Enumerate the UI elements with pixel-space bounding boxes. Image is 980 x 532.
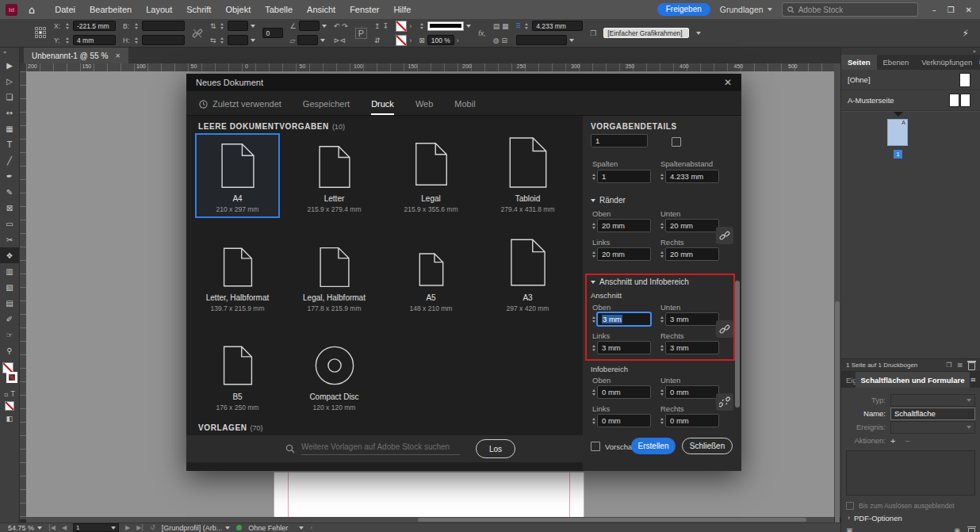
constrain-proportions-icon[interactable]: [192, 28, 203, 39]
menu-fenster[interactable]: Fenster: [343, 0, 386, 19]
chevron-down-icon[interactable]: [696, 32, 701, 35]
stroke-weight-stepper[interactable]: [419, 23, 425, 29]
shear-dropdown[interactable]: [297, 35, 318, 45]
hidden-until-triggered-checkbox[interactable]: [846, 502, 854, 510]
frame-tool[interactable]: ⊠: [0, 200, 19, 216]
tab-web[interactable]: Web: [415, 99, 433, 115]
master-row-a-musterseite[interactable]: A-Musterseite: [841, 90, 980, 111]
width-field[interactable]: [142, 21, 185, 31]
content-collector-tool[interactable]: ▦: [0, 121, 19, 136]
margins-section-header[interactable]: Ränder: [591, 196, 626, 205]
slug-left-field[interactable]: 0 mm: [591, 414, 651, 427]
bleed-top-field[interactable]: 3 mm: [591, 312, 651, 326]
preset-tabloid[interactable]: Tabloid279.4 x 431.8 mm: [485, 133, 570, 218]
page-1-thumbnail[interactable]: A: [887, 119, 908, 146]
hand-tool[interactable]: ☞: [0, 327, 19, 343]
workspace-switcher[interactable]: Grundlagen: [720, 5, 772, 14]
bleed-slug-section-header[interactable]: Anschnitt und Infobereich: [591, 277, 689, 286]
tab-eigenschaften[interactable]: Eigensc: [841, 372, 856, 388]
scale-y-stepper[interactable]: [219, 37, 225, 44]
object-style-dropdown[interactable]: [Einfacher Grafikrahmen]: [603, 28, 689, 38]
fill-swatch-none[interactable]: [396, 21, 407, 32]
x-field[interactable]: -221.5 mm: [73, 21, 116, 31]
screen-mode-icon[interactable]: ◧: [0, 412, 19, 425]
stroke-swatch[interactable]: [6, 372, 17, 383]
secondary-dropdown[interactable]: [516, 35, 567, 45]
bleed-right-field[interactable]: 3 mm: [659, 341, 719, 354]
opacity-field[interactable]: 100 %: [427, 35, 454, 45]
tab-seiten[interactable]: Seiten: [841, 55, 877, 70]
chevron-down-icon[interactable]: [251, 25, 255, 28]
type-dropdown[interactable]: [890, 394, 975, 407]
eyedropper-tool[interactable]: ✐: [0, 311, 19, 327]
height-stepper[interactable]: [133, 37, 140, 44]
stroke-style-preview[interactable]: [427, 21, 464, 31]
justify-icons[interactable]: ▤ ▦: [493, 22, 509, 30]
delete-page-icon[interactable]: [968, 362, 975, 370]
auto-fit-icon[interactable]: ⇵: [374, 36, 381, 44]
remove-action-icon[interactable]: −: [905, 436, 909, 446]
bleed-bottom-field[interactable]: 3 mm: [659, 312, 719, 326]
ruler-origin[interactable]: [20, 63, 26, 71]
preset-compact-disc[interactable]: Compact Disc120 x 120 mm: [292, 331, 377, 416]
type-tool[interactable]: T: [0, 136, 19, 152]
new-page-icon[interactable]: ⊞: [957, 362, 963, 369]
margin-left-field[interactable]: 20 mm: [591, 247, 651, 261]
pages-list-area[interactable]: A 1: [841, 111, 980, 359]
panel-options-icon[interactable]: ▣: [846, 526, 853, 532]
chevron-down-icon[interactable]: [322, 25, 327, 28]
free-transform-tool[interactable]: ❖: [0, 247, 19, 263]
bleed-link-icon[interactable]: [716, 320, 733, 338]
next-page-icon[interactable]: ▶: [125, 524, 130, 531]
zoom-level-dropdown[interactable]: 54.75 %: [8, 524, 42, 532]
share-button[interactable]: Freigeben: [657, 3, 710, 16]
menu-schrift[interactable]: Schrift: [179, 0, 218, 19]
chevron-down-icon[interactable]: [320, 39, 325, 42]
pdf-options-row[interactable]: › PDF-Optionen: [841, 511, 980, 524]
fit-frame-icon[interactable]: ↧: [383, 22, 389, 30]
preset-legal[interactable]: Legal215.9 x 355.6 mm: [389, 133, 473, 218]
selection-tool[interactable]: ▶: [0, 57, 19, 73]
tab-schaltflaechen-und-formulare[interactable]: Schaltflächen und Formulare: [856, 372, 970, 388]
gradient-tool[interactable]: ▥: [0, 263, 19, 279]
rotation-dropdown[interactable]: [299, 21, 320, 31]
dialog-close-icon[interactable]: ✕: [724, 77, 732, 88]
preset-a4[interactable]: A4210 x 297 mm: [195, 133, 280, 218]
menu-bearbeiten[interactable]: Bearbeiten: [82, 0, 139, 19]
preset-legal-halbformat[interactable]: Legal, Halbformat177.8 x 215.9 mm: [292, 232, 377, 317]
height-field[interactable]: [142, 35, 185, 45]
bleed-left-field[interactable]: 3 mm: [591, 341, 651, 354]
note-tool[interactable]: ▤: [0, 295, 19, 311]
menu-hilfe[interactable]: Hilfe: [386, 0, 418, 19]
default-fill-stroke-icons[interactable]: ▫T: [0, 388, 19, 400]
preflight-menu-icon[interactable]: [299, 524, 304, 531]
menu-objekt[interactable]: Objekt: [218, 0, 258, 19]
pages-count-field[interactable]: 1: [591, 134, 648, 147]
tab-verknuepfungen[interactable]: Verknüpfungen: [915, 55, 978, 70]
close-document-icon[interactable]: ✕: [115, 52, 121, 59]
document-page[interactable]: [274, 472, 584, 521]
direct-selection-tool[interactable]: ▷: [0, 73, 19, 89]
document-tab[interactable]: Unbenannt-1 @ 55 % ✕: [24, 48, 128, 63]
home-icon[interactable]: ⌂: [29, 4, 35, 16]
preset-letter-halbformat[interactable]: Letter, Halbformat139.7 x 215.9 mm: [195, 232, 280, 317]
preset-b5[interactable]: B5176 x 250 mm: [195, 331, 280, 416]
template-search-input[interactable]: Weitere Vorlagen auf Adobe Stock suchen: [301, 442, 460, 455]
rotate-cw-icon[interactable]: ↷: [342, 22, 348, 30]
slug-right-field[interactable]: 0 mm: [659, 414, 719, 427]
menu-datei[interactable]: Datei: [48, 0, 82, 19]
last-page-icon[interactable]: ▶|: [136, 524, 144, 531]
rectangle-tool[interactable]: ▭: [0, 216, 19, 232]
margin-bottom-field[interactable]: 20 mm: [659, 219, 719, 232]
flip-icons[interactable]: ⊳⊲: [334, 36, 346, 44]
scissors-tool[interactable]: ✂: [0, 232, 19, 247]
effects-button[interactable]: fx,: [478, 29, 486, 37]
gutter-field[interactable]: 4.233 mm: [659, 170, 719, 183]
page-number-badge[interactable]: 1: [894, 150, 902, 159]
x-stepper[interactable]: [64, 23, 71, 29]
line-tool[interactable]: ╱: [0, 152, 19, 168]
scale-x-stepper[interactable]: [219, 23, 225, 29]
fit-content-icon[interactable]: ↥: [374, 22, 381, 30]
actions-listbox[interactable]: [846, 450, 975, 496]
create-button[interactable]: Erstellen: [631, 438, 676, 454]
